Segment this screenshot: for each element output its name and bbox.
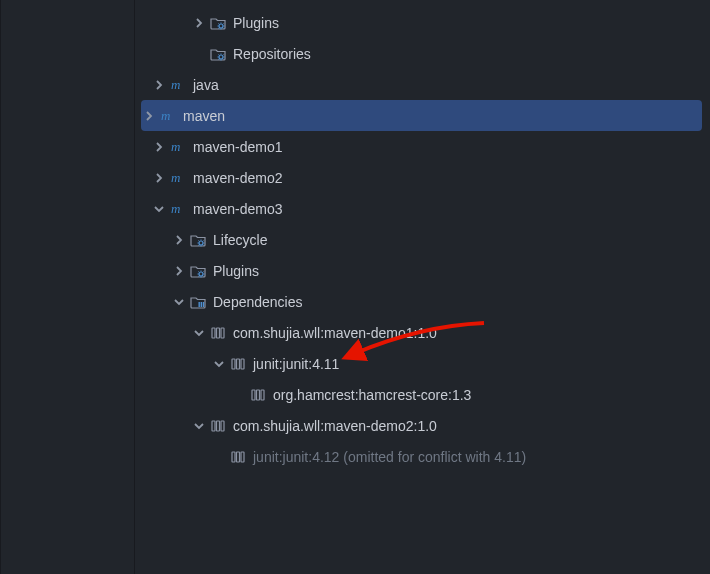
svg-rect-12 xyxy=(212,328,215,338)
folder-cog-icon xyxy=(209,14,227,32)
tree-row[interactable]: Dependencies xyxy=(1,286,710,317)
chevron-right-icon[interactable] xyxy=(171,232,187,248)
tree-row[interactable]: mmaven-demo2 xyxy=(1,162,710,193)
tree-row-label: junit:junit:4.12 (omitted for conflict w… xyxy=(253,449,526,465)
chevron-right-icon[interactable] xyxy=(171,263,187,279)
svg-rect-22 xyxy=(217,421,220,431)
svg-rect-9 xyxy=(199,302,200,307)
tree-row-label: com.shujia.wll:maven-demo2:1.0 xyxy=(233,418,437,434)
chevron-down-icon[interactable] xyxy=(171,294,187,310)
tree-row-label: maven-demo2 xyxy=(193,170,283,186)
chevron-right-icon[interactable] xyxy=(151,139,167,155)
tree-row-label: Lifecycle xyxy=(213,232,267,248)
svg-text:m: m xyxy=(171,170,180,185)
tree-row[interactable]: Repositories xyxy=(1,38,710,69)
maven-m-icon: m xyxy=(169,76,187,94)
tree-row[interactable]: com.shujia.wll:maven-demo2:1.0 xyxy=(1,410,710,441)
chevron-down-icon[interactable] xyxy=(191,418,207,434)
svg-text:m: m xyxy=(171,77,180,92)
svg-rect-13 xyxy=(217,328,220,338)
folder-cog-icon xyxy=(209,45,227,63)
lib-icon xyxy=(229,355,247,373)
tree-row-label: Repositories xyxy=(233,46,311,62)
tree-row-label: com.shujia.wll:maven-demo1:1.0 xyxy=(233,325,437,341)
tree-row[interactable]: junit:junit:4.12 (omitted for conflict w… xyxy=(1,441,710,472)
tree-row-label: junit:junit:4.11 xyxy=(253,356,339,372)
tree-row-label: org.hamcrest:hamcrest-core:1.3 xyxy=(273,387,471,403)
tree-row-label: java xyxy=(193,77,219,93)
tree-row[interactable]: Plugins xyxy=(1,255,710,286)
tree-row-label: Plugins xyxy=(233,15,279,31)
svg-text:m: m xyxy=(171,201,180,216)
tree-row[interactable]: mmaven xyxy=(141,100,702,131)
tree-row[interactable]: org.hamcrest:hamcrest-core:1.3 xyxy=(1,379,710,410)
chevron-down-icon[interactable] xyxy=(211,356,227,372)
panel-divider xyxy=(134,0,135,574)
tree-row[interactable]: Lifecycle xyxy=(1,224,710,255)
tree-row-label: Dependencies xyxy=(213,294,303,310)
svg-rect-25 xyxy=(237,452,240,462)
chevron-right-icon[interactable] xyxy=(151,77,167,93)
maven-m-icon: m xyxy=(169,200,187,218)
tree-row[interactable]: mmaven-demo1 xyxy=(1,131,710,162)
maven-m-icon: m xyxy=(169,138,187,156)
lib-icon xyxy=(229,448,247,466)
tree-row-label: maven-demo1 xyxy=(193,139,283,155)
chevron-right-icon[interactable] xyxy=(191,15,207,31)
chevron-down-icon[interactable] xyxy=(191,325,207,341)
tree-row-label: maven-demo3 xyxy=(193,201,283,217)
chevron-down-icon[interactable] xyxy=(151,201,167,217)
svg-rect-21 xyxy=(212,421,215,431)
svg-rect-18 xyxy=(252,390,255,400)
tree-row[interactable]: Plugins xyxy=(1,7,710,38)
tree-row[interactable]: com.shujia.wll:maven-demo1:1.0 xyxy=(1,317,710,348)
chevron-right-icon[interactable] xyxy=(141,108,157,124)
svg-point-0 xyxy=(219,24,223,28)
svg-rect-24 xyxy=(232,452,235,462)
svg-point-8 xyxy=(199,272,203,276)
svg-point-1 xyxy=(219,55,223,59)
svg-rect-14 xyxy=(221,328,224,338)
tree-row[interactable]: mmaven-demo3 xyxy=(1,193,710,224)
svg-rect-23 xyxy=(221,421,224,431)
folder-lib-icon xyxy=(189,293,207,311)
tree-row-label: Plugins xyxy=(213,263,259,279)
svg-rect-11 xyxy=(203,302,204,307)
tree-view[interactable]: PluginsRepositoriesmjavammavenmmaven-dem… xyxy=(1,0,710,472)
svg-rect-26 xyxy=(241,452,244,462)
maven-m-icon: m xyxy=(169,169,187,187)
folder-cog-icon xyxy=(189,231,207,249)
tree-row-label: maven xyxy=(183,108,225,124)
lib-icon xyxy=(249,386,267,404)
tree-row[interactable]: mjava xyxy=(1,69,710,100)
tree-row[interactable]: junit:junit:4.11 xyxy=(1,348,710,379)
lib-icon xyxy=(209,417,227,435)
svg-rect-17 xyxy=(241,359,244,369)
svg-rect-20 xyxy=(261,390,264,400)
maven-m-icon: m xyxy=(159,107,177,125)
svg-rect-16 xyxy=(237,359,240,369)
folder-cog-icon xyxy=(189,262,207,280)
svg-text:m: m xyxy=(161,108,170,123)
svg-rect-19 xyxy=(257,390,260,400)
svg-text:m: m xyxy=(171,139,180,154)
svg-rect-10 xyxy=(201,302,202,307)
project-tree-panel: PluginsRepositoriesmjavammavenmmaven-dem… xyxy=(0,0,710,574)
svg-rect-15 xyxy=(232,359,235,369)
chevron-right-icon[interactable] xyxy=(151,170,167,186)
svg-point-7 xyxy=(199,241,203,245)
lib-icon xyxy=(209,324,227,342)
